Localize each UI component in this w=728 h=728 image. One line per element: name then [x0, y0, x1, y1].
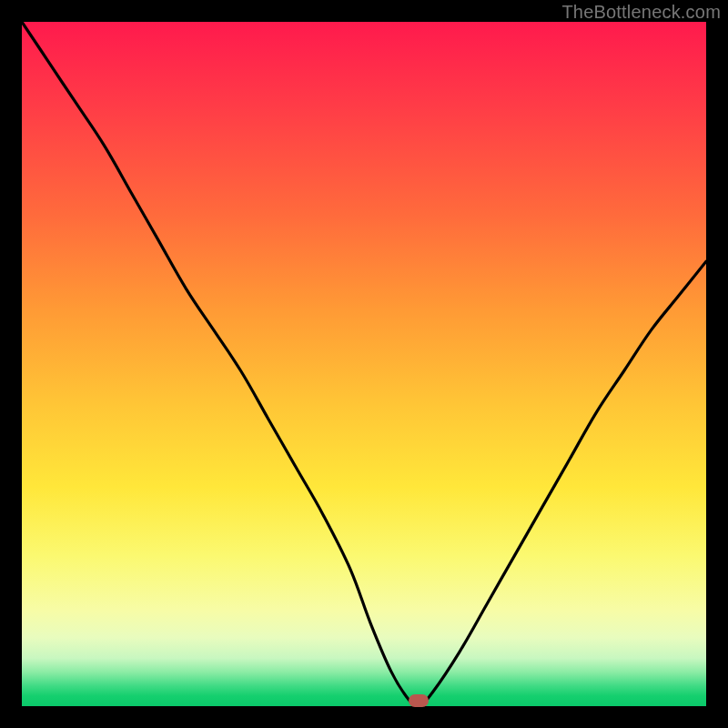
bottleneck-curve — [22, 22, 706, 706]
chart-frame: TheBottleneck.com — [0, 0, 728, 728]
optimal-point-marker — [409, 694, 429, 707]
attribution-text: TheBottleneck.com — [561, 2, 721, 23]
plot-area — [22, 22, 706, 706]
